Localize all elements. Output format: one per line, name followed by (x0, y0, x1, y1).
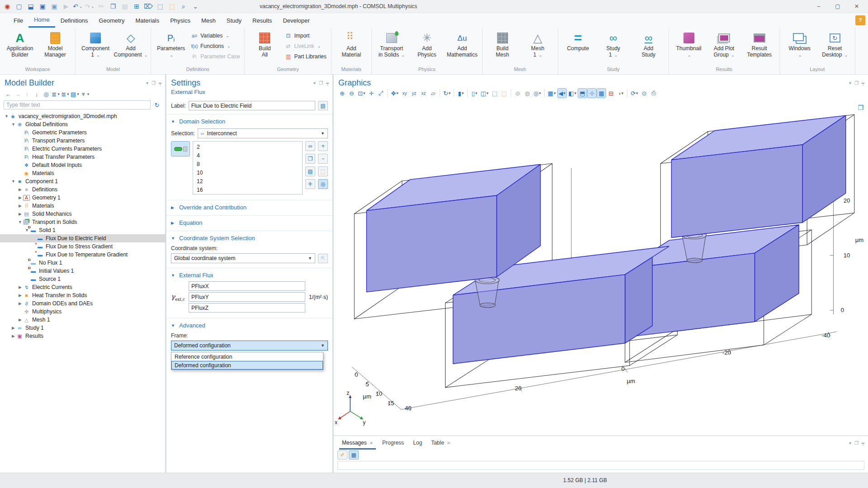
tree-node[interactable]: ▶↯Electric Currents (0, 283, 165, 291)
chevron-expanded-icon[interactable]: ▼ (10, 179, 16, 184)
tree-node[interactable]: ▶AGeometry 1 (0, 194, 165, 202)
ribbon-functions-button[interactable]: f(x)Functions⌄ (189, 42, 242, 50)
help-button[interactable]: ? (855, 15, 865, 25)
menu-developer[interactable]: Developer (277, 13, 315, 28)
ribbon-reset-desktop-button[interactable]: ↻ResetDesktop ⌄ (818, 29, 852, 58)
ribbon-component-button[interactable]: Component1 ⌄ (78, 29, 113, 58)
move-down-icon[interactable]: ↓ (32, 90, 41, 99)
panel-float-icon[interactable]: ❐ (319, 81, 323, 85)
update-icon[interactable]: ⟳▾ (629, 88, 639, 98)
ribbon-parameter-case-button[interactable]: PᵢParameter Case (189, 52, 242, 61)
close-tab-icon[interactable]: ✕ (447, 441, 451, 445)
ribbon-parameters-button[interactable]: PᵢParameters⌄ (154, 29, 188, 58)
sound-icon[interactable]: ◀▾ (557, 88, 567, 98)
select-box-icon[interactable]: ⬚ (155, 1, 166, 11)
tree-node[interactable]: ▬●Flux Due to Stress Gradient (0, 242, 165, 251)
tree-filter-input[interactable] (4, 100, 151, 109)
run-icon[interactable]: ▶ (61, 1, 71, 11)
chevron-collapsed-icon[interactable]: ▶ (17, 212, 23, 216)
panel-pin-icon[interactable]: ┯ (862, 81, 864, 85)
chevron-collapsed-icon[interactable]: ▶ (17, 293, 23, 298)
panel-menu-icon[interactable]: ▾ (313, 81, 316, 85)
nav-forward-icon[interactable]: → (13, 90, 22, 99)
add-to-selection-icon[interactable]: + (318, 141, 328, 151)
expand-up-icon[interactable]: ≣▾ (51, 90, 60, 99)
tree-node[interactable]: PᵢElectric Currents Parameters (0, 145, 165, 153)
tab-log[interactable]: Log (408, 436, 427, 450)
frame-option[interactable]: Reference configuration (171, 352, 323, 361)
clear-selection-icon[interactable]: ⬚ (166, 1, 177, 11)
advanced-section-header[interactable]: ▼ Advanced (166, 321, 332, 330)
tree-node[interactable]: ✣Multiphysics (0, 308, 165, 316)
undo-icon[interactable]: ↶⌄ (72, 1, 83, 11)
domain-selection-header[interactable]: ▼ Domain Selection (166, 117, 332, 126)
tree-node[interactable]: ▼Transport in Solids (0, 218, 165, 226)
tree-node[interactable]: ▶■Heat Transfer in Solids (0, 291, 165, 299)
tree-node[interactable]: ▶∂Domain ODEs and DAEs (0, 299, 165, 308)
zoom-box-icon[interactable]: ⊡▾ (356, 88, 366, 98)
active-toggle-button[interactable] (171, 141, 190, 156)
domain-list-item[interactable]: 16 (193, 185, 302, 194)
remove-from-selection-icon[interactable]: − (318, 154, 328, 164)
tree-node[interactable]: ▶▤Solid Mechanics (0, 210, 165, 218)
chevron-collapsed-icon[interactable]: ▶ (17, 285, 23, 289)
nav-back-icon[interactable]: ← (4, 90, 13, 99)
panel-float-icon[interactable]: ❐ (854, 441, 859, 445)
tree-node[interactable]: ▶△Mesh 1 (0, 316, 165, 324)
external-flux-section-header[interactable]: ▼ External Flux (166, 271, 332, 280)
print-icon[interactable]: ⎙ (649, 88, 659, 98)
projection-icon[interactable]: ▱ (428, 88, 438, 98)
zoom-to-selection-icon[interactable]: ✛ (305, 179, 315, 189)
chevron-collapsed-icon[interactable]: ▶ (17, 195, 23, 200)
transparency-icon[interactable]: ◍ (522, 88, 532, 98)
tree-node[interactable]: ▬Flux Due to Electric Field (0, 234, 165, 242)
block-upper-right-solid[interactable] (671, 115, 845, 237)
tab-messages[interactable]: Messages✕ (337, 436, 378, 450)
menu-study[interactable]: Study (221, 13, 247, 28)
ribbon-add-component-button[interactable]: ◇AddComponent ⌄ (114, 29, 148, 58)
redo-icon[interactable]: ↷⌄ (84, 1, 95, 11)
ribbon-add-material-button[interactable]: AddMaterial (334, 29, 369, 58)
graphics-canvas[interactable]: 20100µm-40-200µm2040051015µm z x y ❒ (334, 99, 868, 436)
find-icon[interactable]: ⌕ (178, 1, 189, 11)
move-up-icon[interactable]: ↑ (23, 90, 32, 99)
ribbon-study-button[interactable]: ∞Study1 ⌄ (596, 29, 631, 58)
menu-materials[interactable]: Materials (130, 13, 165, 28)
ribbon-windows-button[interactable]: Windows⌄ (783, 29, 817, 58)
tree-node[interactable]: PᵢHeat Transfer Parameters (0, 153, 165, 161)
label-input[interactable] (189, 101, 315, 110)
panel-menu-icon[interactable]: ▾ (849, 81, 851, 85)
ribbon-transport-in-solids-button[interactable]: Transportin Solids ⌄ (375, 29, 409, 58)
ribbon-add-plot-group-button[interactable]: Add PlotGroup ⌄ (707, 29, 741, 58)
ribbon-compute-button[interactable]: =Compute (561, 29, 595, 52)
new-file-icon[interactable]: ▢ (14, 1, 24, 11)
panel-pin-icon[interactable]: ┯ (862, 441, 864, 445)
ribbon-build-mesh-button[interactable]: BuildMesh (485, 29, 520, 58)
show-selection-icon[interactable]: ◎ (318, 179, 328, 189)
menu-results[interactable]: Results (247, 13, 277, 28)
ribbon-variables-button[interactable]: a=Variables⌄ (189, 32, 242, 40)
coordinate-system-combobox[interactable]: Global coordinate system ▼ (171, 253, 315, 263)
domain-list[interactable]: 248101216 (193, 141, 303, 194)
close-tab-icon[interactable]: ✕ (370, 441, 373, 445)
ribbon-application-builder-button[interactable]: AApplicationBuilder (3, 29, 37, 58)
domain-list-item[interactable]: 4 (193, 151, 302, 160)
flux-component-input[interactable] (189, 281, 305, 291)
tab-table[interactable]: Table✕ (427, 436, 455, 450)
tree-node[interactable]: ▼▬DSolid 1 (0, 226, 165, 234)
show-icon[interactable]: ◎ (42, 90, 51, 99)
view-orientation-icon[interactable]: ✥▾ (389, 88, 399, 98)
equation-section-header[interactable]: ▶ Equation (166, 218, 332, 227)
chevron-collapsed-icon[interactable]: ▶ (10, 326, 16, 330)
snapshot-icon[interactable]: ⊙ (640, 88, 649, 98)
zoom-extents-icon[interactable]: ✛ (366, 88, 376, 98)
select-domains-icon[interactable]: ▮▾ (456, 88, 465, 98)
menu-geometry[interactable]: Geometry (93, 13, 130, 28)
copy-selection-icon[interactable]: ❐ (305, 154, 315, 164)
ribbon-add-study-button[interactable]: ∞AddStudy (631, 29, 666, 58)
comsol-logo-icon[interactable]: ◉ (2, 1, 13, 11)
table-settings-icon[interactable]: ▦ (349, 450, 359, 460)
ribbon-add-mathematics-button[interactable]: ΔuAddMathematics (445, 29, 479, 58)
tree-node[interactable]: ◉Materials (0, 169, 165, 177)
axis-indicator-icon[interactable]: ⊹ (587, 88, 597, 98)
